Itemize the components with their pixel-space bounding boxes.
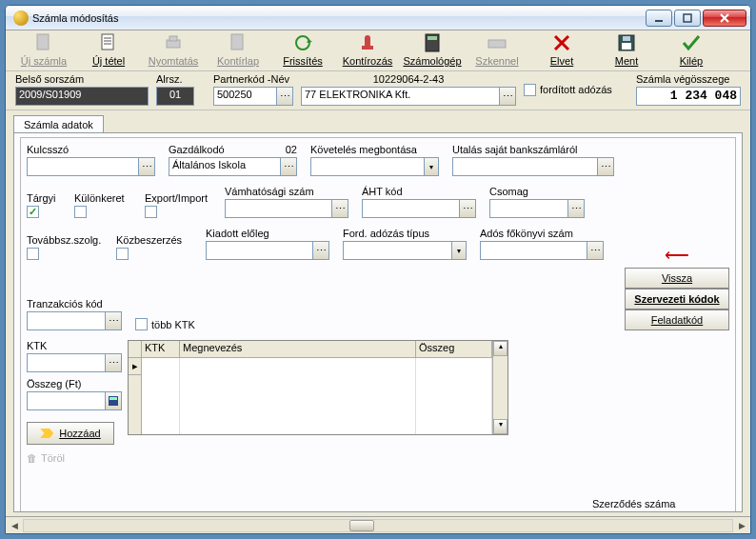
- kozbesz-label: Közbeszerzés: [116, 234, 192, 246]
- grid-row-pointer: ▸: [129, 358, 141, 375]
- header-row: Belső sorszám 2009/S01909 Alrsz. 01 Part…: [6, 71, 750, 110]
- csomag-label: Csomag: [489, 186, 585, 197]
- alrsz-label: Alrsz.: [156, 73, 194, 85]
- vegosszeg-field: 1 234 048: [636, 87, 741, 106]
- vegosszeg-label: Számla végösszege: [636, 73, 741, 85]
- toolbar-calculator[interactable]: Számológép: [400, 32, 465, 67]
- doc-icon: [33, 32, 54, 53]
- minimize-button[interactable]: [646, 10, 672, 27]
- partner-name-lookup[interactable]: 77 ELEKTRONIKA Kft.: [301, 87, 516, 106]
- szerzodes-label: Szerződés száma: [592, 498, 726, 509]
- x-icon: [551, 32, 572, 53]
- targyi-checkbox[interactable]: [27, 206, 39, 218]
- szervezeti-kodok-button[interactable]: Szervezeti kódok: [625, 289, 729, 309]
- forditott-adozas-label: fordított adózás: [540, 84, 612, 95]
- svg-point-16: [365, 35, 370, 41]
- toolbar: Új számla Új tétel Nyomtatás Kontírlap F…: [6, 30, 750, 71]
- window-title: Számla módosítás: [32, 12, 646, 24]
- vamhat-label: Vámhatósági szám: [225, 186, 348, 197]
- svg-rect-18: [428, 36, 437, 40]
- sheet-icon: [228, 32, 249, 53]
- utalas-input[interactable]: [452, 157, 614, 176]
- toolbar-new-item[interactable]: Új tétel: [76, 32, 141, 67]
- csomag-input[interactable]: [489, 199, 585, 218]
- svg-rect-11: [231, 34, 243, 50]
- fordado-combo[interactable]: [343, 241, 467, 260]
- alrsz-field: 01: [156, 87, 194, 106]
- svg-rect-24: [623, 36, 630, 41]
- window-controls: [646, 10, 746, 27]
- toolbar-save[interactable]: Ment: [594, 32, 659, 67]
- grid-col-ktk[interactable]: KTK: [142, 341, 180, 358]
- kiadott-input[interactable]: [206, 241, 329, 260]
- belso-sorszam-label: Belső sorszám: [15, 73, 149, 85]
- toolbar-accounting-sheet[interactable]: Kontírlap: [206, 32, 270, 67]
- torol-button-disabled: 🗑Töröl: [27, 452, 122, 464]
- szerzodes-input[interactable]: [592, 511, 726, 512]
- toolbar-posting[interactable]: Kontírozás: [335, 32, 400, 67]
- feladatkod-button[interactable]: Feladatkód: [625, 309, 729, 330]
- refresh-icon: [292, 32, 313, 53]
- svg-rect-19: [488, 40, 506, 48]
- tab-szamla-adatok[interactable]: Számla adatok: [13, 115, 104, 133]
- toolbar-scan[interactable]: Szkennel: [465, 32, 529, 67]
- tovabb-label: Továbbsz.szolg.: [27, 234, 103, 246]
- toolbar-exit[interactable]: Kilép: [659, 32, 724, 67]
- hozzaad-button[interactable]: Hozzáad: [27, 422, 114, 445]
- close-button[interactable]: [703, 10, 746, 27]
- aht-input[interactable]: [362, 199, 476, 218]
- ktk-grid[interactable]: ▸ KTK Megnevezés Összeg ▴▾: [128, 340, 508, 435]
- kulonkeret-checkbox[interactable]: [74, 206, 87, 218]
- svg-rect-4: [37, 34, 49, 50]
- utalas-label: Utalás saját bankszámláról: [452, 144, 614, 155]
- lookup-button[interactable]: [499, 87, 516, 106]
- stamp-icon: [357, 32, 378, 53]
- tranzakcio-input[interactable]: [27, 311, 122, 330]
- lookup-button[interactable]: [276, 87, 293, 106]
- tab-content: Kulcsszó Gazdálkodó02 Általános Iskola K…: [13, 132, 743, 512]
- koveteles-label: Követelés megbontása: [310, 144, 439, 155]
- tab-strip: Számla adatok: [6, 110, 750, 132]
- maximize-button[interactable]: [674, 10, 701, 27]
- check-icon: [681, 32, 702, 53]
- ktk-input[interactable]: [27, 353, 122, 372]
- targyi-label: Tárgyi: [27, 192, 61, 204]
- svg-point-12: [296, 36, 309, 50]
- partnerkod-lookup[interactable]: 500250: [213, 87, 293, 106]
- grid-col-megnevezes[interactable]: Megnevezés: [180, 341, 416, 358]
- tovabb-checkbox[interactable]: [27, 248, 39, 260]
- svg-rect-23: [622, 43, 631, 50]
- toolbar-refresh[interactable]: Frissítés: [270, 32, 335, 67]
- gazdalkodo-label: Gazdálkodó: [169, 144, 225, 155]
- forditott-adozas-checkbox[interactable]: [524, 84, 536, 96]
- grid-col-osszeg[interactable]: Összeg: [416, 341, 492, 358]
- kulcsszo-label: Kulcsszó: [27, 144, 155, 155]
- tobbktk-label: több KTK: [151, 319, 195, 330]
- expimp-checkbox[interactable]: [145, 206, 157, 218]
- gazdalkodo-input[interactable]: Általános Iskola: [169, 157, 297, 176]
- taxid-label: 10229064-2-43: [301, 73, 516, 85]
- app-window: Számla módosítás Új számla Új tétel Nyom…: [5, 5, 751, 534]
- form-panel: Kulcsszó Gazdálkodó02 Általános Iskola K…: [20, 137, 736, 512]
- kulcsszo-input[interactable]: [27, 157, 155, 176]
- adosfokonyv-input[interactable]: [480, 241, 604, 260]
- osszegft-input[interactable]: [27, 391, 122, 410]
- koveteles-combo[interactable]: [310, 157, 439, 176]
- calc-popup-icon[interactable]: [105, 391, 122, 410]
- pointer-icon: [40, 429, 53, 438]
- toolbar-discard[interactable]: Elvet: [529, 32, 594, 67]
- kozbesz-checkbox[interactable]: [116, 248, 129, 260]
- back-button[interactable]: Vissza: [625, 268, 729, 289]
- osszegft-label: Összeg (Ft): [27, 378, 122, 389]
- grid-scrollbar[interactable]: ▴▾: [492, 341, 507, 434]
- printer-icon: [163, 32, 184, 53]
- toolbar-print[interactable]: Nyomtatás: [141, 32, 206, 67]
- adosfokonyv-label: Adós főkönyvi szám: [480, 228, 604, 239]
- side-buttons: ⟵ Vissza Szervezeti kódok Feladatkód: [625, 245, 729, 330]
- vamhat-input[interactable]: [225, 199, 348, 218]
- horizontal-scrollbar[interactable]: ◀ ▶: [6, 516, 750, 533]
- toolbar-new-invoice[interactable]: Új számla: [11, 32, 76, 67]
- tobbktk-checkbox[interactable]: [135, 318, 148, 330]
- ktk-label: KTK: [27, 340, 122, 351]
- save-icon: [616, 32, 637, 53]
